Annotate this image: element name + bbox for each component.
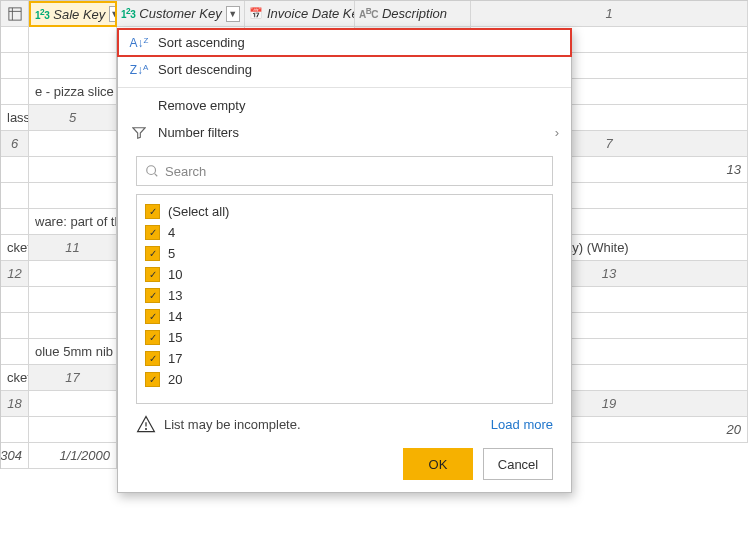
cell-invoice-date[interactable] <box>29 53 117 79</box>
cell-invoice-date[interactable] <box>1 209 29 235</box>
cell-customer-key[interactable]: 304 <box>1 443 29 469</box>
cell-description[interactable]: ware: part of the computer th <box>29 209 117 235</box>
cell-customer-key[interactable] <box>29 287 117 313</box>
table-corner[interactable] <box>1 1 29 27</box>
filter-value-label: 13 <box>168 288 182 303</box>
row-number[interactable]: 17 <box>29 365 117 391</box>
cell-sale-key[interactable] <box>29 261 117 287</box>
cell-sale-key[interactable] <box>1 417 29 443</box>
cell-description[interactable]: cket (Blue) M <box>1 235 29 261</box>
cell-description[interactable]: e - pizza slice <box>29 79 117 105</box>
cell-sale-key[interactable] <box>1 27 29 53</box>
incomplete-warning: List may be incomplete. <box>136 414 301 434</box>
type-icon: 123 <box>35 7 49 21</box>
ok-button[interactable]: OK <box>403 448 473 480</box>
svg-point-3 <box>147 166 156 175</box>
incomplete-label: List may be incomplete. <box>164 417 301 432</box>
column-header[interactable]: 📅Invoice Date Key▼ <box>245 1 355 27</box>
filter-value-label: 14 <box>168 309 182 324</box>
column-name: Sale Key <box>53 7 105 22</box>
filter-value-row[interactable]: ✓15 <box>145 327 544 348</box>
filter-value-row[interactable]: ✓13 <box>145 285 544 306</box>
filter-value-row[interactable]: ✓5 <box>145 243 544 264</box>
sort-descending-item[interactable]: Z↓A Sort descending <box>118 56 571 83</box>
row-number[interactable]: 11 <box>29 235 117 261</box>
cell-sale-key[interactable] <box>1 157 29 183</box>
column-header[interactable]: 123Customer Key▼ <box>117 1 245 27</box>
search-placeholder: Search <box>165 164 206 179</box>
filter-icon <box>130 126 148 140</box>
cell-invoice-date[interactable] <box>29 183 117 209</box>
sort-ascending-item[interactable]: A↓Z Sort ascending <box>118 29 571 56</box>
checkbox-checked-icon[interactable]: ✓ <box>145 204 160 219</box>
cell-customer-key[interactable] <box>29 27 117 53</box>
column-name: Invoice Date Key <box>267 6 355 21</box>
row-number[interactable]: 6 <box>1 131 29 157</box>
cell-invoice-date[interactable]: 1/1/2000 <box>29 443 117 469</box>
filter-value-row[interactable]: ✓20 <box>145 369 544 390</box>
row-number[interactable]: 1 <box>471 1 748 27</box>
checkbox-checked-icon[interactable]: ✓ <box>145 288 160 303</box>
cell-customer-key[interactable] <box>1 53 29 79</box>
filter-dropdown-button[interactable]: ▼ <box>109 6 117 22</box>
select-all-label: (Select all) <box>168 204 229 219</box>
filter-value-row[interactable]: ✓10 <box>145 264 544 285</box>
checkbox-checked-icon[interactable]: ✓ <box>145 267 160 282</box>
cell-customer-key[interactable] <box>29 157 117 183</box>
number-filters-item[interactable]: Number filters › <box>118 119 571 146</box>
number-filters-label: Number filters <box>158 125 239 140</box>
cell-customer-key[interactable] <box>29 417 117 443</box>
sort-desc-label: Sort descending <box>158 62 252 77</box>
cell-sale-key[interactable] <box>1 287 29 313</box>
warning-icon <box>136 414 156 434</box>
remove-empty-item[interactable]: Remove empty <box>118 92 571 119</box>
chevron-right-icon: › <box>555 125 559 140</box>
filter-value-label: 10 <box>168 267 182 282</box>
sort-asc-icon: A↓Z <box>130 36 148 50</box>
filter-value-label: 4 <box>168 225 175 240</box>
filter-value-row[interactable]: ✓17 <box>145 348 544 369</box>
filter-dropdown-button[interactable]: ▼ <box>226 6 240 22</box>
checkbox-checked-icon[interactable]: ✓ <box>145 351 160 366</box>
filter-values-list[interactable]: ✓ (Select all) ✓4✓5✓10✓13✓14✓15✓17✓20 <box>136 194 553 404</box>
filter-value-label: 20 <box>168 372 182 387</box>
cell-invoice-date[interactable] <box>1 79 29 105</box>
type-icon: 📅 <box>249 7 263 20</box>
filter-value-row[interactable]: ✓4 <box>145 222 544 243</box>
row-number[interactable]: 5 <box>29 105 117 131</box>
checkbox-checked-icon[interactable]: ✓ <box>145 330 160 345</box>
column-name: Description <box>382 6 466 21</box>
checkbox-checked-icon[interactable]: ✓ <box>145 309 160 324</box>
filter-value-label: 17 <box>168 351 182 366</box>
cell-customer-key[interactable] <box>1 183 29 209</box>
sort-desc-icon: Z↓A <box>130 63 148 77</box>
cell-description[interactable]: lass with care despatch tape <box>1 105 29 131</box>
select-all-row[interactable]: ✓ (Select all) <box>145 201 544 222</box>
sort-asc-label: Sort ascending <box>158 35 245 50</box>
checkbox-checked-icon[interactable]: ✓ <box>145 372 160 387</box>
type-icon: 123 <box>121 6 135 20</box>
type-icon: ABC <box>359 6 378 20</box>
checkbox-checked-icon[interactable]: ✓ <box>145 225 160 240</box>
row-number[interactable]: 18 <box>1 391 29 417</box>
column-header[interactable]: ABCDescription <box>355 1 471 27</box>
load-more-link[interactable]: Load more <box>491 417 553 432</box>
cell-customer-key[interactable] <box>1 313 29 339</box>
cell-sale-key[interactable] <box>29 131 117 157</box>
cell-sale-key[interactable] <box>29 391 117 417</box>
cell-description[interactable]: olue 5mm nib (Blue) 5mm <box>29 339 117 365</box>
cancel-button[interactable]: Cancel <box>483 448 553 480</box>
svg-point-5 <box>146 429 147 430</box>
cell-invoice-date[interactable] <box>29 313 117 339</box>
cell-invoice-date[interactable] <box>1 339 29 365</box>
row-number[interactable]: 12 <box>1 261 29 287</box>
svg-rect-0 <box>8 7 20 19</box>
filter-value-row[interactable]: ✓14 <box>145 306 544 327</box>
search-icon <box>145 164 159 178</box>
search-input[interactable]: Search <box>136 156 553 186</box>
column-name: Customer Key <box>139 6 221 21</box>
checkbox-checked-icon[interactable]: ✓ <box>145 246 160 261</box>
filter-value-label: 15 <box>168 330 182 345</box>
column-header[interactable]: 123Sale Key▼ <box>29 1 117 27</box>
cell-description[interactable]: cket (Blue) S <box>1 365 29 391</box>
